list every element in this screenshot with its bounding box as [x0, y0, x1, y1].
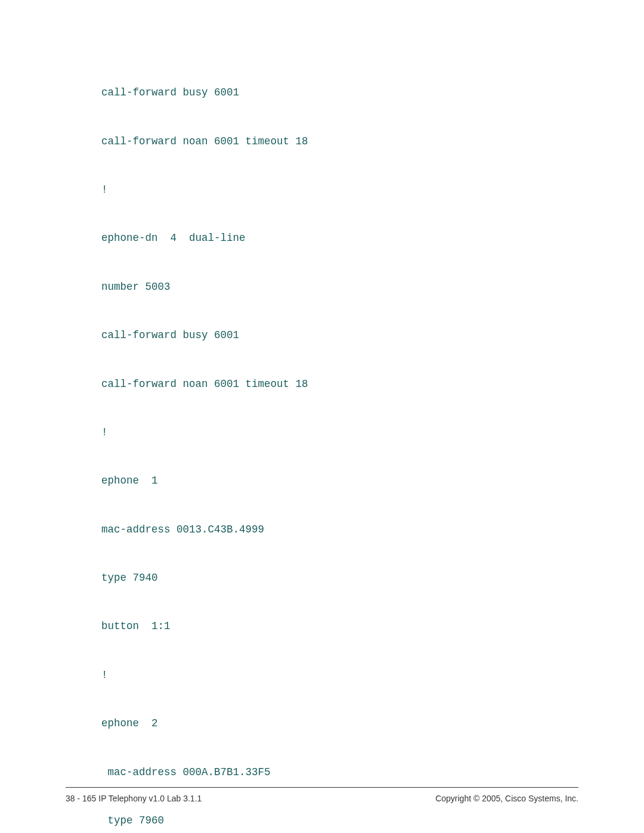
config-line: call-forward busy 6001 [101, 85, 578, 101]
config-line: call-forward noan 6001 timeout 18 [101, 376, 578, 392]
footer-divider [66, 787, 578, 788]
config-line: ephone 2 [101, 716, 578, 732]
footer-right: Copyright © 2005, Cisco Systems, Inc. [435, 794, 578, 803]
config-line: ! [101, 425, 578, 441]
config-line: ! [101, 667, 578, 683]
config-line: mac-address 0013.C43B.4999 [101, 522, 578, 538]
footer-content: 38 - 165 IP Telephony v1.0 Lab 3.1.1 Cop… [66, 794, 578, 803]
config-line: ephone 1 [101, 473, 578, 489]
page-footer: 38 - 165 IP Telephony v1.0 Lab 3.1.1 Cop… [66, 787, 578, 803]
page-content: call-forward busy 6001 call-forward noan… [0, 0, 644, 833]
config-line: call-forward busy 6001 [101, 327, 578, 343]
config-line: button 1:1 [101, 618, 578, 634]
config-block: call-forward busy 6001 call-forward noan… [66, 52, 578, 833]
config-line: ephone-dn 4 dual-line [101, 230, 578, 246]
config-line: ! [101, 182, 578, 198]
config-line: mac-address 000A.B7B1.33F5 [101, 764, 578, 781]
config-line: call-forward noan 6001 timeout 18 [101, 134, 578, 150]
config-line: type 7940 [101, 570, 578, 586]
footer-left: 38 - 165 IP Telephony v1.0 Lab 3.1.1 [66, 794, 202, 803]
config-line: type 7960 [101, 813, 578, 829]
config-line: number 5003 [101, 279, 578, 295]
